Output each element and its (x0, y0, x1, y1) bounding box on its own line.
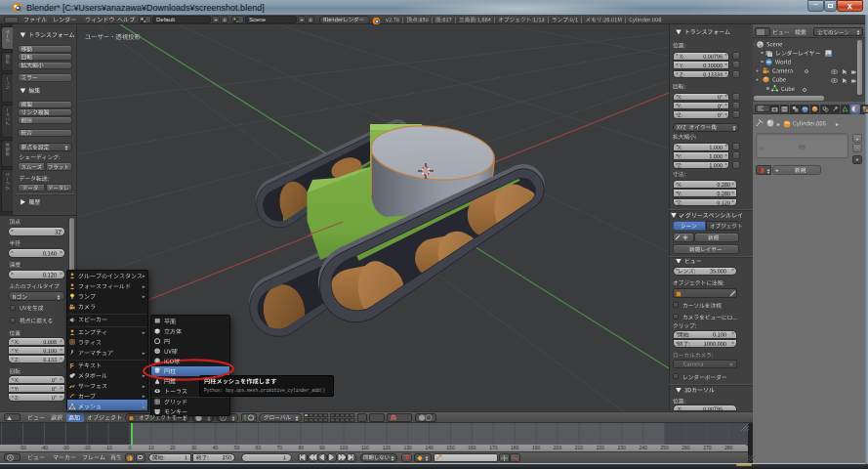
svg-text:130: 130 (404, 445, 413, 450)
svg-text:70: 70 (277, 445, 283, 450)
svg-text:-30: -30 (62, 445, 69, 450)
svg-text:50: 50 (234, 445, 240, 450)
svg-text:150: 150 (446, 445, 455, 450)
svg-text:F: F (70, 362, 74, 369)
svg-text:180: 180 (511, 445, 519, 450)
svg-text:20: 20 (170, 445, 176, 450)
svg-text:220: 220 (597, 445, 605, 450)
svg-text:230: 230 (618, 445, 627, 450)
svg-text:240: 240 (639, 445, 647, 450)
svg-text:160: 160 (468, 445, 476, 450)
svg-text:270: 270 (703, 445, 712, 450)
svg-text:10: 10 (148, 445, 154, 450)
svg-text:280: 280 (724, 445, 733, 450)
svg-text:140: 140 (425, 445, 434, 450)
svg-text:210: 210 (575, 445, 584, 450)
svg-text:170: 170 (489, 445, 498, 450)
svg-text:40: 40 (213, 445, 219, 450)
svg-text:120: 120 (383, 445, 392, 450)
svg-text:190: 190 (532, 445, 541, 450)
svg-text:260: 260 (682, 445, 690, 450)
svg-text:-50: -50 (20, 445, 26, 450)
svg-text:80: 80 (298, 445, 304, 450)
svg-text:30: 30 (191, 445, 197, 450)
svg-text:200: 200 (554, 445, 562, 450)
svg-text:-20: -20 (84, 445, 91, 450)
svg-text:110: 110 (361, 445, 369, 450)
svg-text:-10: -10 (104, 445, 111, 450)
svg-text:-40: -40 (41, 445, 48, 450)
svg-text:60: 60 (256, 445, 262, 450)
svg-text:90: 90 (319, 445, 325, 450)
svg-text:250: 250 (660, 445, 669, 450)
svg-text:100: 100 (340, 445, 349, 450)
svg-text:0: 0 (129, 445, 132, 450)
